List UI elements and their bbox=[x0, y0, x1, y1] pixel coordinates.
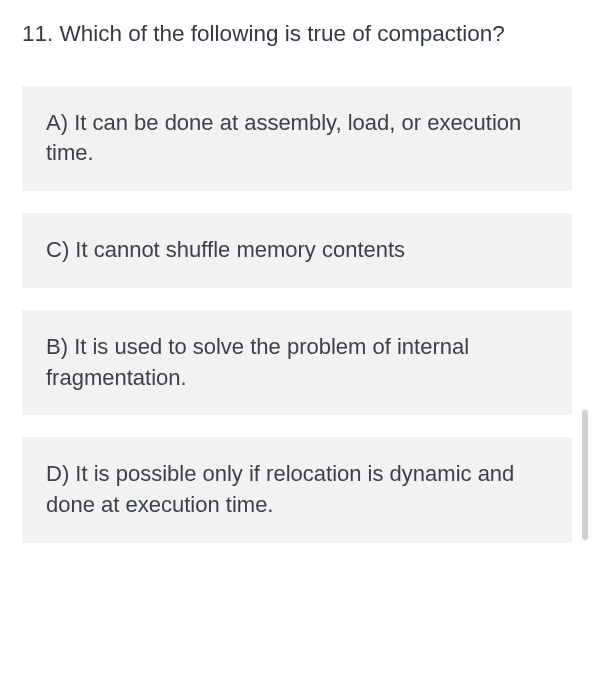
question-body: Which of the following is true of compac… bbox=[60, 21, 505, 46]
question-number: 11. bbox=[22, 21, 53, 46]
option-d[interactable]: D) It is possible only if relocation is … bbox=[22, 437, 572, 543]
option-text: It can be done at assembly, load, or exe… bbox=[46, 110, 521, 166]
quiz-container: 11. Which of the following is true of co… bbox=[0, 0, 594, 543]
option-label: D) bbox=[46, 461, 69, 486]
option-a[interactable]: A) It can be done at assembly, load, or … bbox=[22, 86, 572, 192]
option-text: It is possible only if relocation is dyn… bbox=[46, 461, 514, 517]
option-c[interactable]: C) It cannot shuffle memory contents bbox=[22, 213, 572, 288]
option-text: It is used to solve the problem of inter… bbox=[46, 334, 469, 390]
option-label: C) bbox=[46, 237, 69, 262]
option-label: B) bbox=[46, 334, 68, 359]
option-b[interactable]: B) It is used to solve the problem of in… bbox=[22, 310, 572, 416]
option-label: A) bbox=[46, 110, 68, 135]
scrollbar[interactable] bbox=[582, 410, 588, 540]
option-text: It cannot shuffle memory contents bbox=[75, 237, 405, 262]
question-text: 11. Which of the following is true of co… bbox=[22, 18, 572, 50]
options-list: A) It can be done at assembly, load, or … bbox=[22, 86, 572, 544]
